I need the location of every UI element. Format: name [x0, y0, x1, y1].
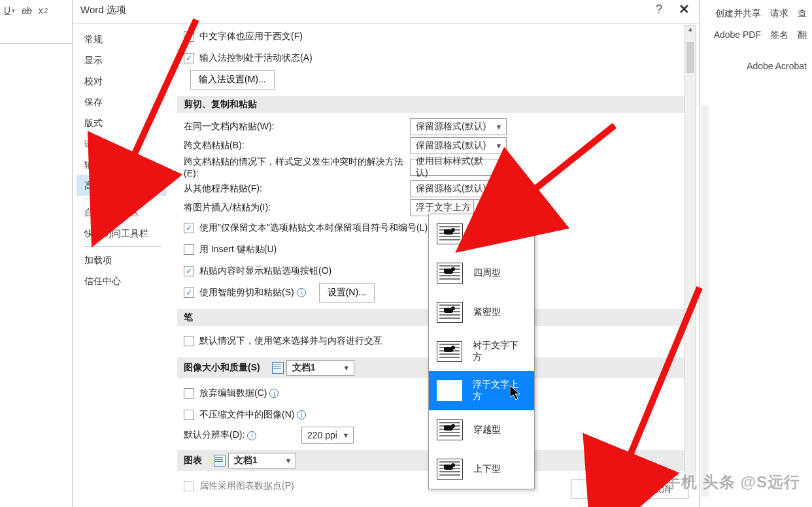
help-button[interactable]: ?	[656, 3, 662, 16]
info-icon[interactable]: i	[269, 389, 279, 398]
document-icon	[214, 455, 226, 466]
subscript-button[interactable]: x2	[39, 5, 48, 16]
wrap-icon	[437, 302, 463, 323]
wrap-icon	[437, 459, 463, 480]
combo-default-resolution[interactable]: 220 ppi▼	[301, 427, 354, 444]
close-button[interactable]: ✕	[679, 1, 690, 17]
dialog-title: Word 选项	[80, 4, 126, 16]
combo-paste-other-programs[interactable]: 保留源格式(默认)▼	[410, 180, 507, 197]
checkbox-apply-western[interactable]	[184, 31, 194, 42]
wrap-icon	[437, 263, 463, 284]
wrap-icon	[437, 380, 462, 401]
info-icon[interactable]: i	[247, 431, 256, 440]
wrap-option-behind[interactable]: 衬于文字下方	[429, 332, 534, 371]
sidebar-item-language[interactable]: 语言	[76, 133, 167, 154]
wrap-option-square[interactable]: 四周型	[429, 254, 534, 293]
smart-paste-settings-button[interactable]: 设置(N)...	[319, 283, 375, 303]
word-options-dialog: Word 选项 ? ✕ 常规 显示 校对 保存 版式 语言 辅助功能 高级 自定…	[72, 0, 700, 507]
wrap-option-tight[interactable]: 紧密型	[429, 293, 534, 332]
sidebar-item-save[interactable]: 保存	[76, 91, 167, 112]
document-icon	[272, 362, 284, 374]
combo-image-doc[interactable]: 文档1▼	[286, 360, 354, 376]
wrap-icon	[437, 419, 463, 440]
underline-button[interactable]: U▾	[4, 5, 15, 16]
sidebar-item-addins[interactable]: 加载项	[76, 250, 167, 270]
checkbox-show-paste-options[interactable]	[184, 266, 194, 276]
ruler-edge	[0, 43, 72, 44]
wrap-icon	[437, 341, 462, 362]
combo-chart-doc[interactable]: 文档1▼	[228, 453, 296, 468]
sidebar-item-accessibility[interactable]: 辅助功能	[76, 154, 167, 175]
wrap-icon	[437, 223, 463, 244]
checkbox-discard-edit-data[interactable]	[184, 388, 194, 399]
svg-marker-6	[510, 385, 520, 400]
ok-button[interactable]: 确定	[571, 480, 624, 499]
info-icon[interactable]: i	[297, 288, 306, 297]
sidebar-item-display[interactable]: 显示	[76, 50, 167, 71]
combo-paste-same-doc[interactable]: 保留源格式(默认)▼	[410, 118, 507, 135]
checkbox-no-compress[interactable]	[184, 410, 194, 420]
wrap-option-topbottom[interactable]: 上下型	[429, 450, 534, 489]
document-scrollbar[interactable]	[701, 105, 709, 497]
strikethrough-button[interactable]: ab	[22, 5, 32, 16]
checkbox-ime-active[interactable]	[184, 53, 194, 63]
ribbon-right: 创建并共享请求查 Adobe PDF签名翻 Adobe Acrobat	[714, 0, 812, 78]
checkbox-keep-bullets[interactable]	[184, 223, 194, 233]
wrap-option-through[interactable]: 穿越型	[429, 410, 534, 450]
section-paste: 剪切、复制和粘贴	[177, 96, 686, 113]
watermark-text: @手机 头条 @S远行	[628, 472, 800, 493]
sidebar-item-advanced[interactable]: 高级	[76, 175, 167, 196]
sidebar-item-customize-ribbon[interactable]: 自定义功能区	[76, 202, 167, 223]
checkbox-chart-props[interactable]	[184, 481, 194, 491]
checkbox-smart-cut-paste[interactable]	[184, 287, 194, 298]
mouse-cursor-icon	[510, 385, 522, 403]
combo-paste-cross-doc[interactable]: 保留源格式(默认)▼	[410, 137, 507, 154]
sidebar-item-proofing[interactable]: 校对	[76, 71, 167, 91]
ribbon-fragments: U▾ ab x2	[0, 0, 52, 21]
sidebar-item-quick-access[interactable]: 快速访问工具栏	[76, 223, 167, 244]
info-icon[interactable]: i	[297, 410, 306, 419]
checkbox-pen-select[interactable]	[184, 336, 194, 346]
wrap-option-inline[interactable]: 嵌入型	[429, 214, 534, 254]
sidebar-item-layout[interactable]: 版式	[76, 112, 167, 133]
options-sidebar: 常规 显示 校对 保存 版式 语言 辅助功能 高级 自定义功能区 快速访问工具栏…	[76, 29, 167, 291]
ime-settings-button[interactable]: 输入法设置(M)...	[190, 70, 275, 90]
checkbox-insert-key-paste[interactable]	[184, 244, 194, 255]
sidebar-item-general[interactable]: 常规	[76, 29, 167, 50]
sidebar-item-trust-center[interactable]: 信任中心	[76, 270, 167, 291]
picture-wrap-dropdown: 嵌入型 四周型 紧密型 衬于文字下方 浮于文字上方 穿越型 上下型	[428, 214, 535, 489]
combo-paste-style-conflict[interactable]: 使用目标样式(默认)▼	[410, 159, 507, 176]
content-scrollbar[interactable]: ▲	[685, 25, 696, 482]
